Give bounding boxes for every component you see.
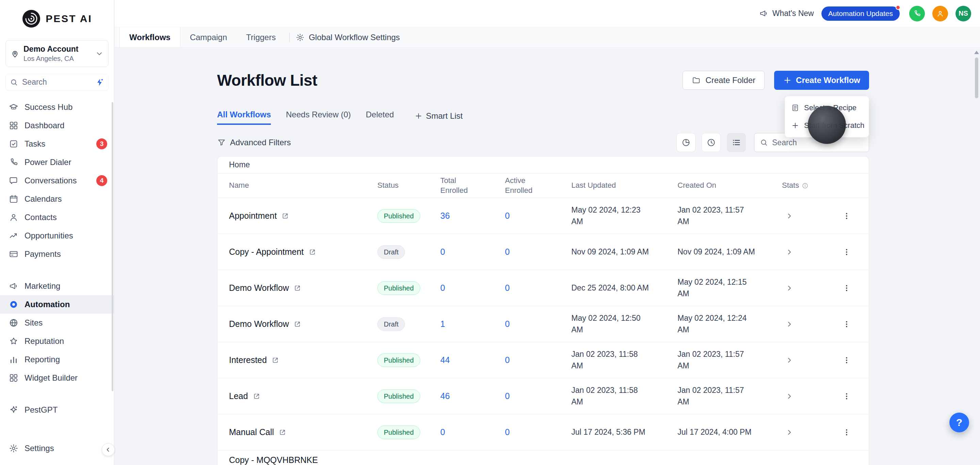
workflow-name[interactable]: Demo Workflow	[229, 319, 289, 329]
create-folder-button[interactable]: Create Folder	[682, 71, 765, 90]
total-enrolled-link[interactable]: 0	[440, 283, 445, 292]
workflow-name[interactable]: Appointment	[229, 211, 277, 221]
row-expand-chevron[interactable]	[785, 284, 794, 292]
sidebar-item-opportunities[interactable]: Opportunities	[0, 227, 114, 245]
dialer-button[interactable]	[909, 6, 925, 21]
active-enrolled-link[interactable]: 0	[505, 319, 510, 329]
row-expand-chevron[interactable]	[785, 212, 794, 220]
external-link-icon[interactable]	[282, 212, 289, 220]
workflow-search-input[interactable]	[772, 138, 854, 147]
active-enrolled-link[interactable]: 0	[505, 391, 510, 401]
table-row[interactable]: Copy - MQQVHBRNKE	[218, 451, 869, 465]
account-switcher[interactable]: Demo Account Los Angeles, CA	[5, 40, 108, 67]
total-enrolled-link[interactable]: 1	[440, 319, 445, 329]
quick-actions-icon[interactable]	[95, 78, 104, 87]
workflow-name[interactable]: Copy - Appointment	[229, 247, 304, 257]
sidebar-item-conversations[interactable]: Conversations 4	[0, 171, 114, 190]
active-enrolled-link[interactable]: 0	[505, 427, 510, 437]
create-workflow-button[interactable]: Create Workflow	[774, 71, 869, 90]
row-expand-chevron[interactable]	[785, 320, 794, 328]
external-link-icon[interactable]	[294, 321, 301, 328]
active-enrolled-link[interactable]: 0	[505, 247, 510, 257]
account-profile-button[interactable]	[932, 6, 948, 21]
sidebar-item-sites[interactable]: Sites	[0, 314, 114, 332]
active-enrolled-link[interactable]: 0	[505, 355, 510, 365]
total-enrolled-link[interactable]: 44	[440, 355, 450, 365]
content-scrollbar[interactable]	[974, 49, 979, 465]
breadcrumb[interactable]: Home	[218, 157, 869, 173]
tab-campaign[interactable]: Campaign	[180, 27, 237, 47]
global-workflow-settings-button[interactable]: Global Workflow Settings	[296, 33, 400, 42]
sidebar-item-marketing[interactable]: Marketing	[0, 277, 114, 295]
tab-deleted[interactable]: Deleted	[366, 110, 394, 125]
external-link-icon[interactable]	[309, 248, 316, 256]
active-enrolled-link[interactable]: 0	[505, 283, 510, 292]
sidebar-item-payments[interactable]: Payments	[0, 245, 114, 263]
advanced-filters-button[interactable]: Advanced Filters	[217, 138, 291, 147]
workflow-name[interactable]: Manual Call	[229, 427, 274, 437]
external-link-icon[interactable]	[294, 284, 301, 292]
sidebar-item-power-dialer[interactable]: Power Dialer	[0, 153, 114, 171]
workflow-name[interactable]: Copy - MQQVHBRNKE	[229, 455, 318, 465]
tab-triggers[interactable]: Triggers	[237, 27, 285, 47]
sidebar-item-settings[interactable]: Settings	[0, 439, 114, 457]
table-row[interactable]: Demo Workflow Draft 1 0 May 02 2024, 12:…	[218, 306, 869, 342]
scroll-up-arrow[interactable]	[974, 51, 979, 54]
help-button[interactable]: ?	[950, 413, 969, 432]
automation-updates-badge[interactable]: Automation Updates	[821, 6, 900, 21]
table-row[interactable]: Lead Published 46 0 Jan 02 2023, 11:58 A…	[218, 378, 869, 414]
sidebar-scrollbar[interactable]	[111, 102, 113, 391]
sidebar-collapse-button[interactable]	[102, 443, 115, 456]
chart-view-button[interactable]	[676, 133, 695, 152]
external-link-icon[interactable]	[279, 428, 286, 436]
sidebar-item-dashboard[interactable]: Dashboard	[0, 116, 114, 135]
workflow-name[interactable]: Demo Workflow	[229, 283, 289, 293]
sidebar-item-calendars[interactable]: Calendars	[0, 190, 114, 208]
table-row[interactable]: Manual Call Published 0 0 Jul 17 2024, 5…	[218, 414, 869, 451]
row-expand-chevron[interactable]	[785, 392, 794, 400]
total-enrolled-link[interactable]: 36	[440, 211, 450, 221]
row-expand-chevron[interactable]	[785, 428, 794, 436]
row-menu-kebab[interactable]	[842, 356, 851, 365]
row-expand-chevron[interactable]	[785, 356, 794, 364]
sidebar-search-input[interactable]	[22, 78, 80, 87]
user-avatar[interactable]: NS	[956, 6, 971, 21]
tab-workflows[interactable]: Workflows	[119, 27, 180, 47]
sidebar-item-success-hub[interactable]: Success Hub	[0, 98, 114, 116]
sidebar-search[interactable]	[5, 74, 108, 90]
row-menu-kebab[interactable]	[842, 428, 851, 437]
tab-all-workflows[interactable]: All Workflows	[217, 110, 271, 125]
row-menu-kebab[interactable]	[842, 211, 851, 221]
external-link-icon[interactable]	[253, 392, 260, 400]
table-row[interactable]: Copy - Appointment Draft 0 0 Nov 09 2024…	[218, 234, 869, 270]
breadcrumb-home[interactable]: Home	[229, 160, 250, 170]
row-menu-kebab[interactable]	[842, 248, 851, 257]
table-row[interactable]: Appointment Published 36 0 May 02 2024, …	[218, 198, 869, 234]
sidebar-item-tasks[interactable]: Tasks 3	[0, 135, 114, 153]
whats-new-button[interactable]: What's New	[759, 9, 814, 18]
sidebar-item-automation[interactable]: Automation	[0, 295, 114, 314]
history-button[interactable]	[702, 133, 721, 152]
scrollbar-thumb[interactable]	[975, 57, 978, 98]
menu-item-start-from-scratch[interactable]: Start from Scratch	[785, 117, 869, 134]
sidebar-item-pestgpt[interactable]: PestGPT	[0, 401, 114, 419]
row-menu-kebab[interactable]	[842, 392, 851, 401]
workflow-name[interactable]: Lead	[229, 391, 248, 401]
sidebar-item-contacts[interactable]: Contacts	[0, 208, 114, 227]
external-link-icon[interactable]	[272, 357, 279, 364]
sidebar-item-reputation[interactable]: Reputation	[0, 332, 114, 350]
list-view-button[interactable]	[727, 133, 746, 152]
tab-needs-review[interactable]: Needs Review (0)	[286, 110, 351, 125]
total-enrolled-link[interactable]: 46	[440, 391, 450, 401]
table-row[interactable]: Demo Workflow Published 0 0 Dec 25 2024,…	[218, 270, 869, 306]
active-enrolled-link[interactable]: 0	[505, 211, 510, 221]
menu-item-select-recipe[interactable]: Select a Recipe	[785, 99, 869, 117]
add-smart-list-button[interactable]: Smart List	[414, 111, 463, 125]
row-menu-kebab[interactable]	[842, 284, 851, 292]
total-enrolled-link[interactable]: 0	[440, 247, 445, 257]
table-row[interactable]: Interested Published 44 0 Jan 02 2023, 1…	[218, 342, 869, 378]
sidebar-item-widget-builder[interactable]: Widget Builder	[0, 369, 114, 387]
workflow-name[interactable]: Interested	[229, 355, 267, 365]
row-menu-kebab[interactable]	[842, 320, 851, 329]
total-enrolled-link[interactable]: 0	[440, 427, 445, 437]
